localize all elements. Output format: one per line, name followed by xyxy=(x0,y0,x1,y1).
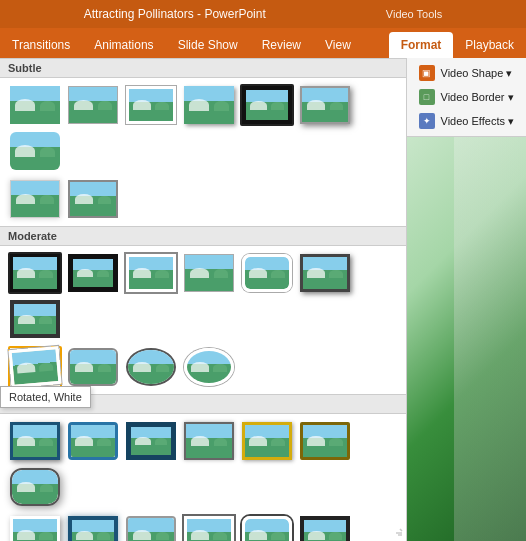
style-item[interactable] xyxy=(66,346,120,388)
style-item[interactable] xyxy=(8,130,62,172)
style-item[interactable] xyxy=(182,420,236,462)
tab-playback[interactable]: Playback xyxy=(453,32,526,58)
video-shape-button[interactable]: ▣ Video Shape ▾ xyxy=(413,62,520,84)
style-item[interactable] xyxy=(240,514,294,541)
style-item[interactable] xyxy=(8,84,62,126)
style-item[interactable] xyxy=(240,252,294,294)
tools-label: Video Tools xyxy=(386,8,442,20)
video-border-button[interactable]: □ Video Border ▾ xyxy=(413,86,520,108)
tab-review[interactable]: Review xyxy=(250,32,313,58)
main-tabs: Transitions Animations Slide Show Review… xyxy=(0,32,363,58)
style-item[interactable] xyxy=(8,514,62,541)
style-item[interactable] xyxy=(66,178,120,220)
style-item[interactable] xyxy=(66,514,120,541)
style-item[interactable] xyxy=(182,252,236,294)
ribbon-tabs: Transitions Animations Slide Show Review… xyxy=(0,28,526,58)
style-item[interactable] xyxy=(8,298,62,340)
style-item[interactable] xyxy=(8,420,62,462)
style-item[interactable] xyxy=(124,252,178,294)
video-border-label: Video Border ▾ xyxy=(441,91,514,104)
section-intense: Intense xyxy=(0,394,406,414)
style-item[interactable] xyxy=(124,84,178,126)
style-item[interactable] xyxy=(298,420,352,462)
tools-tabs: Format Playback xyxy=(389,32,526,58)
gallery-panel[interactable]: Subtle Moderate xyxy=(0,58,407,541)
style-item[interactable] xyxy=(8,178,62,220)
tab-transitions[interactable]: Transitions xyxy=(0,32,82,58)
style-item[interactable] xyxy=(298,252,352,294)
style-item[interactable] xyxy=(182,346,236,388)
video-shape-label: Video Shape ▾ xyxy=(441,67,513,80)
style-item[interactable] xyxy=(298,84,352,126)
right-panel: ▣ Video Shape ▾ □ Video Border ▾ ✦ Video… xyxy=(407,58,526,541)
video-effects-icon: ✦ xyxy=(419,113,435,129)
intense-grid xyxy=(0,414,406,514)
video-shape-icon: ▣ xyxy=(419,65,435,81)
style-item[interactable] xyxy=(298,514,352,541)
style-item[interactable] xyxy=(8,252,62,294)
main-layout: Subtle Moderate xyxy=(0,58,526,541)
style-item[interactable] xyxy=(124,514,178,541)
style-item[interactable]: Rotated, White xyxy=(8,346,62,388)
section-subtle: Subtle xyxy=(0,58,406,78)
tab-slideshow[interactable]: Slide Show xyxy=(166,32,250,58)
style-item[interactable] xyxy=(182,514,236,541)
moderate-grid xyxy=(0,246,406,346)
title-text: Attracting Pollinators - PowerPoint xyxy=(84,7,266,21)
resize-handle[interactable] xyxy=(392,527,404,539)
subtle-grid-2 xyxy=(0,178,406,226)
section-moderate: Moderate xyxy=(0,226,406,246)
intense-grid-2 xyxy=(0,514,406,541)
style-item[interactable] xyxy=(124,420,178,462)
tab-format[interactable]: Format xyxy=(389,32,454,58)
style-item[interactable] xyxy=(66,420,120,462)
video-effects-button[interactable]: ✦ Video Effects ▾ xyxy=(413,110,520,132)
tab-animations[interactable]: Animations xyxy=(82,32,165,58)
moderate-grid-2: Rotated, White xyxy=(0,346,406,394)
tab-view[interactable]: View xyxy=(313,32,363,58)
style-item[interactable] xyxy=(182,84,236,126)
style-item[interactable] xyxy=(66,84,120,126)
style-item[interactable] xyxy=(240,420,294,462)
style-item[interactable] xyxy=(124,346,178,388)
style-item[interactable] xyxy=(240,84,294,126)
preview-area xyxy=(407,137,526,541)
style-item[interactable] xyxy=(66,252,120,294)
video-effects-label: Video Effects ▾ xyxy=(441,115,514,128)
title-bar: Attracting Pollinators - PowerPoint Vide… xyxy=(0,0,526,28)
right-commands: ▣ Video Shape ▾ □ Video Border ▾ ✦ Video… xyxy=(407,58,526,137)
subtle-grid xyxy=(0,78,406,178)
style-item[interactable] xyxy=(8,466,62,508)
video-border-icon: □ xyxy=(419,89,435,105)
